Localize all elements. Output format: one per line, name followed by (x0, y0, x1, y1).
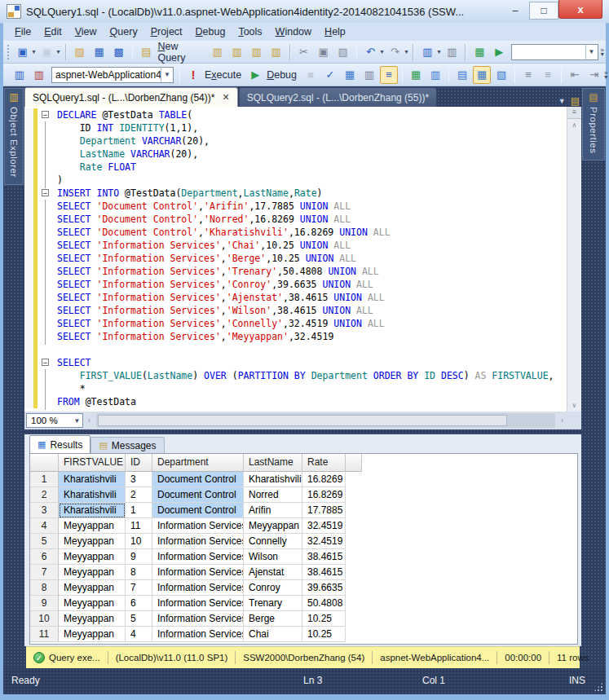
row-header-cell[interactable]: 1 (30, 472, 59, 487)
active-files-icon[interactable]: ▤ (571, 95, 580, 107)
scroll-up-icon[interactable]: ∧ (567, 119, 581, 131)
grid-cell[interactable]: 6 (126, 596, 152, 611)
row-header-cell[interactable]: 11 (30, 627, 59, 642)
parse-icon[interactable]: ✓ (321, 66, 339, 84)
title-bar[interactable]: SQLQuery1.sql - (LocalDb)\v11.0.aspnet-W… (0, 0, 609, 24)
grid-cell[interactable]: 32.4519 (302, 534, 346, 549)
grid-cell[interactable]: 5 (126, 611, 152, 627)
grid-cell[interactable]: 3 (126, 472, 152, 487)
grid-column-header[interactable]: FIRSTVALUE (59, 454, 126, 472)
toolbar-grip[interactable] (7, 44, 10, 60)
grid-cell[interactable]: Kharatishvili (59, 472, 126, 487)
redo-dropdown-icon[interactable]: ▾ (404, 48, 408, 55)
row-header-cell[interactable]: 8 (30, 580, 59, 596)
grid-cell[interactable]: Connelly (244, 534, 302, 549)
grid-cell[interactable]: 10.25 (302, 627, 346, 642)
editor-horizontal-scrollbar[interactable] (96, 413, 555, 428)
row-header-cell[interactable]: 10 (30, 611, 59, 627)
grid-cell[interactable]: Information Services (152, 596, 244, 611)
grid-cell[interactable]: Kharatishvili (59, 487, 126, 503)
object-search-icon[interactable]: ▥ (443, 43, 461, 61)
uncomment-selection-icon[interactable]: ≡ (539, 66, 557, 84)
fold-margin[interactable]: − (40, 187, 51, 200)
menu-debug[interactable]: Debug (189, 24, 232, 39)
grid-cell[interactable]: 38.4615 (302, 565, 346, 580)
grid-cell[interactable]: Information Services (152, 580, 244, 596)
comment-selection-icon[interactable]: ≡ (519, 66, 537, 84)
disconnect-icon[interactable]: ▥ (30, 66, 48, 84)
object-explorer-tab[interactable]: ▥ Object Explorer (4, 88, 24, 185)
menu-tools[interactable]: Tools (232, 24, 268, 39)
database-engine-query-icon[interactable]: ▥ (209, 43, 227, 61)
connect-icon[interactable]: ▥ (11, 66, 29, 84)
save-icon[interactable]: ▦ (90, 43, 108, 61)
dmx-query-icon[interactable]: ▥ (248, 43, 266, 61)
grid-cell[interactable]: Wilson (244, 549, 302, 565)
debug-label[interactable]: Debug (265, 69, 301, 81)
grid-cell[interactable]: Meyyappan (59, 611, 126, 627)
display-estimated-plan-icon[interactable]: ▦ (341, 66, 359, 84)
grid-cell[interactable]: 11 (126, 518, 152, 534)
decrease-indent-icon[interactable]: ⇤ (566, 66, 584, 84)
zoom-select[interactable]: 100 % ▼ (26, 413, 83, 428)
grid-cell[interactable]: Meyyappan (59, 580, 126, 596)
row-header-cell[interactable]: 6 (30, 549, 59, 565)
grid-cell[interactable]: Information Services (152, 534, 244, 549)
grid-cell[interactable]: Meyyappan (59, 596, 126, 611)
grid-cell[interactable]: Meyyappan (59, 534, 126, 549)
undo-dropdown-icon[interactable]: ▾ (380, 48, 383, 55)
close-button[interactable]: x (558, 0, 602, 19)
collapse-region-icon[interactable]: − (42, 111, 49, 118)
increase-indent-icon[interactable]: ⇥ (585, 66, 603, 84)
toolbar-overflow-icon[interactable]: »▾ (601, 48, 604, 56)
grid-cell[interactable]: 32.4519 (302, 518, 346, 534)
row-header-cell[interactable]: 9 (30, 596, 59, 611)
collapse-region-icon[interactable]: − (42, 189, 49, 196)
grid-column-header[interactable]: ID (126, 454, 152, 472)
row-header-cell[interactable]: 2 (30, 487, 59, 503)
editor-vertical-scrollbar[interactable]: ≡ ∧ ∨ (567, 107, 581, 412)
open-file-icon[interactable]: ▨ (71, 43, 89, 61)
menu-window[interactable]: Window (269, 24, 318, 39)
menu-view[interactable]: View (68, 24, 104, 39)
grid-cell[interactable]: Document Control (152, 472, 244, 487)
fold-margin[interactable]: − (40, 108, 51, 121)
grid-cell[interactable]: Meyyappan (59, 627, 126, 642)
close-tab-icon[interactable]: ✕ (222, 92, 229, 103)
grid-cell[interactable]: 17.7885 (302, 503, 346, 518)
grid-cell[interactable]: 16.8269 (302, 487, 346, 503)
grid-cell[interactable]: 2 (126, 487, 152, 503)
row-header-cell[interactable]: 3 (30, 503, 59, 518)
grid-cell[interactable]: Information Services (152, 565, 244, 580)
minimize-button[interactable]: – (501, 0, 529, 21)
properties-window-dropdown-icon[interactable]: ▾ (437, 48, 440, 55)
analysis-mdx-query-icon[interactable]: ▥ (228, 43, 246, 61)
split-window-handle[interactable]: ≡ (567, 107, 581, 119)
row-header-cell[interactable]: 7 (30, 565, 59, 580)
grid-cell[interactable]: 10.25 (302, 611, 346, 627)
grid-cell[interactable]: Chai (244, 627, 302, 642)
copy-icon[interactable]: ▣ (315, 43, 333, 61)
scroll-right-icon[interactable]: › (556, 416, 568, 425)
chevron-down-icon[interactable]: ▼ (585, 45, 598, 59)
add-item-dropdown-icon[interactable]: ▾ (57, 48, 60, 55)
grid-cell[interactable]: Meyyappan (59, 518, 126, 534)
menu-edit[interactable]: Edit (38, 24, 68, 39)
grid-cell[interactable]: Meyyappan (59, 549, 126, 565)
grid-cell[interactable]: 38.4615 (302, 549, 346, 565)
activity-monitor-icon[interactable]: ▦ (470, 43, 488, 61)
grid-column-header[interactable]: LastName (244, 454, 302, 472)
grid-cell[interactable]: Information Services (152, 518, 244, 534)
query-options-icon[interactable]: ▥ (360, 66, 378, 84)
row-header-cell[interactable]: 5 (30, 534, 59, 549)
new-query-label[interactable]: New Query (156, 41, 207, 64)
chevron-down-icon[interactable]: ▼ (161, 68, 173, 82)
grid-cell[interactable]: Kharatishvili (244, 472, 302, 487)
results-to-file-icon[interactable]: ▧ (492, 66, 510, 84)
menu-file[interactable]: File (8, 24, 38, 39)
grid-cell[interactable]: 1 (126, 503, 152, 518)
grid-cell[interactable]: Norred (244, 487, 302, 503)
grid-cell[interactable]: Trenary (244, 596, 302, 611)
properties-tab[interactable]: ▤ Properties (582, 88, 605, 161)
grid-cell[interactable]: Conroy (244, 580, 302, 596)
